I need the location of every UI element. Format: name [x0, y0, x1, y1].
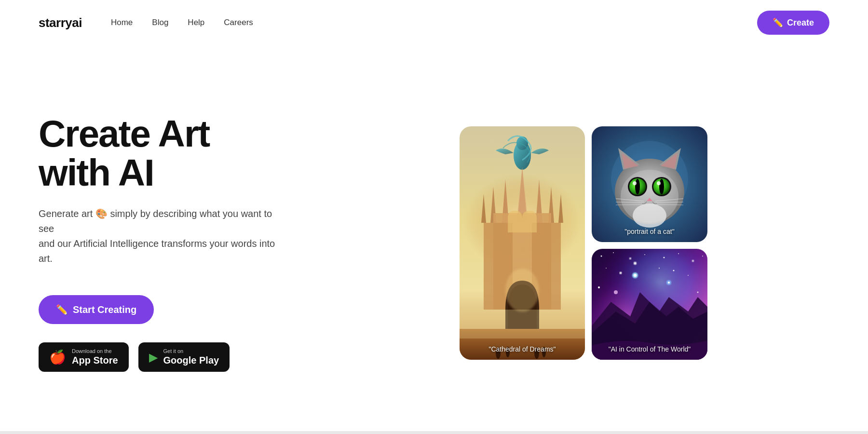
art-grid: "Cathedral of Dreams" [460, 126, 707, 360]
art-card-cathedral: "Cathedral of Dreams" [460, 126, 585, 360]
art-card-cat: "portrait of a cat" [592, 126, 707, 242]
start-creating-button[interactable]: ✏️ Start Creating [39, 295, 154, 324]
hero-subtitle: Generate art 🎨 simply by describing what… [39, 206, 280, 266]
cat-label: "portrait of a cat" [592, 228, 707, 235]
svg-point-34 [635, 179, 640, 194]
nav-item-home[interactable]: Home [111, 18, 133, 27]
app-store-badge[interactable]: 🍎 Download on the App Store [39, 342, 129, 372]
svg-point-37 [657, 181, 661, 185]
play-icon: ▶ [149, 351, 158, 364]
svg-point-51 [629, 258, 631, 259]
app-badges: 🍎 Download on the App Store ▶ Get it on … [39, 342, 289, 372]
svg-point-69 [614, 290, 618, 294]
svg-point-15 [505, 269, 539, 312]
hero-subtitle-line2: and our Artificial Intelligence transfor… [39, 238, 275, 264]
main-content: Create Art with AI Generate art 🎨 simply… [0, 45, 868, 431]
apple-icon: 🍎 [49, 349, 66, 365]
svg-point-66 [634, 274, 637, 277]
app-store-prefix: Download on the [72, 348, 118, 354]
nav-link-blog[interactable]: Blog [152, 18, 168, 27]
svg-rect-17 [460, 310, 585, 339]
nav-item-careers[interactable]: Careers [224, 18, 253, 27]
footer-strip [0, 431, 868, 434]
app-store-name: App Store [72, 354, 118, 366]
svg-point-45 [633, 203, 666, 228]
svg-point-54 [678, 253, 679, 254]
nav-item-help[interactable]: Help [188, 18, 204, 27]
logo-text: starryai [39, 15, 82, 30]
svg-point-59 [673, 270, 675, 271]
svg-point-57 [606, 268, 607, 269]
svg-point-50 [613, 252, 614, 253]
google-play-prefix: Get it on [163, 348, 219, 354]
svg-point-55 [692, 260, 694, 262]
hero-subtitle-line1: Generate art 🎨 simply by describing what… [39, 208, 272, 234]
svg-point-62 [697, 292, 699, 293]
nav-links: Home Blog Help Careers [111, 18, 757, 27]
cathedral-label: "Cathedral of Dreams" [460, 345, 585, 353]
svg-point-56 [702, 256, 703, 257]
cathedral-svg [460, 126, 585, 360]
svg-point-68 [668, 282, 670, 284]
cat-svg [592, 126, 707, 242]
create-label: Create [787, 18, 814, 28]
pencil-icon-cta: ✏️ [56, 304, 68, 315]
svg-point-60 [688, 275, 689, 276]
nav-item-blog[interactable]: Blog [152, 18, 168, 27]
svg-point-63 [634, 262, 637, 265]
nav-link-home[interactable]: Home [111, 18, 133, 27]
space-label: "AI in Control of The World" [592, 345, 707, 353]
hero-section: Create Art with AI Generate art 🎨 simply… [39, 114, 318, 372]
art-card-space: "AI in Control of The World" [592, 249, 707, 360]
google-play-name: Google Play [163, 354, 219, 366]
navbar: starryai Home Blog Help Careers ✏️ Creat… [0, 0, 868, 45]
svg-point-61 [598, 286, 600, 288]
hero-title: Create Art with AI [39, 114, 289, 193]
nav-link-careers[interactable]: Careers [224, 18, 253, 27]
hero-image-grid: "Cathedral of Dreams" [318, 126, 829, 360]
svg-point-53 [664, 257, 665, 258]
svg-point-58 [620, 272, 622, 274]
google-play-text: Get it on Google Play [163, 348, 219, 366]
nav-create-button[interactable]: ✏️ Create [757, 11, 829, 35]
space-svg [592, 249, 707, 360]
svg-point-52 [644, 254, 645, 255]
svg-point-35 [659, 179, 664, 194]
start-creating-label: Start Creating [73, 304, 136, 315]
pencil-icon: ✏️ [773, 17, 783, 28]
svg-point-36 [633, 181, 637, 185]
svg-point-64 [659, 268, 660, 269]
app-store-text: Download on the App Store [72, 348, 118, 366]
nav-link-help[interactable]: Help [188, 18, 204, 27]
brand-logo[interactable]: starryai [39, 15, 82, 30]
svg-point-49 [601, 256, 602, 257]
google-play-badge[interactable]: ▶ Get it on Google Play [138, 342, 230, 372]
